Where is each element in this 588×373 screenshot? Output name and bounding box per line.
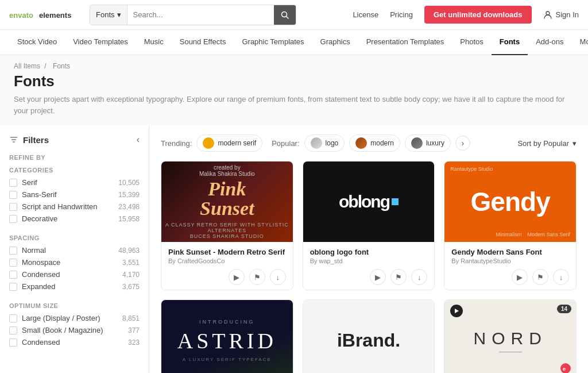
card-image-wrapper-4: Introducing ASTRID A Luxury Serif Typefa… xyxy=(161,300,293,373)
card-image-wrapper-2: oblong xyxy=(303,161,435,242)
sort-button[interactable]: Sort by Popular xyxy=(517,139,577,148)
svg-line-3 xyxy=(287,16,289,18)
filter-item-decorative: Decorative 15,958 xyxy=(9,214,140,223)
trending-tag-modern-serif[interactable]: modern serif xyxy=(196,134,262,152)
filter-name-serif[interactable]: Serif xyxy=(22,178,37,187)
filter-name-script[interactable]: Script and Handwritten xyxy=(22,202,98,211)
search-dropdown[interactable]: Fonts xyxy=(90,5,127,25)
checkbox-script[interactable] xyxy=(9,203,17,211)
filter-name-normal[interactable]: Normal xyxy=(22,246,46,255)
filter-item-monospace: Monospace 3,551 xyxy=(9,258,140,267)
card-title-2: oblong logo font xyxy=(310,248,428,256)
filter-name-sans-serif[interactable]: Sans-Serif xyxy=(22,190,57,199)
filter-name-condensed2[interactable]: Condensed xyxy=(22,338,60,347)
font-card-4[interactable]: Introducing ASTRID A Luxury Serif Typefa… xyxy=(161,299,293,373)
font-card-2[interactable]: oblong oblong logo font By wap_std ▶ ⚑ ↓ xyxy=(303,161,435,290)
checkbox-large[interactable] xyxy=(9,314,17,322)
card-preview-button-3[interactable]: ▶ xyxy=(512,269,528,285)
card-author-3: By RantautypeStudio xyxy=(451,257,569,264)
nord-extra-icon: e xyxy=(560,363,571,373)
nav-item-sound-effects[interactable]: Sound Effects xyxy=(172,30,234,55)
filter-name-decorative[interactable]: Decorative xyxy=(22,214,57,223)
checkbox-condensed2[interactable] xyxy=(9,339,17,347)
logo[interactable]: envato elements xyxy=(9,5,78,25)
filter-name-expanded[interactable]: Expanded xyxy=(22,282,56,291)
logo-svg: envato elements xyxy=(9,5,78,21)
sidebar: Filters ‹ Refine by Categories Serif 10,… xyxy=(0,125,149,373)
breadcrumb-all-items[interactable]: All Items xyxy=(14,62,40,70)
pricing-link[interactable]: Pricing xyxy=(390,10,413,19)
nav-items: Stock Video Video Templates Music Sound … xyxy=(9,30,588,55)
card-title-3: Gendy Modern Sans Font xyxy=(451,248,569,256)
font-card-6[interactable]: NORD 14 e NORD - Minimal Font By Minimal… xyxy=(444,299,577,373)
collapse-sidebar-button[interactable]: ‹ xyxy=(137,134,140,145)
trending-tag-label: modern serif xyxy=(218,139,256,147)
search-button[interactable] xyxy=(274,5,296,25)
refine-label: Refine by xyxy=(9,154,140,161)
nav-item-photos[interactable]: Photos xyxy=(452,30,491,55)
nav-item-presentation-templates[interactable]: Presentation Templates xyxy=(358,30,452,55)
popular-tag-luxury[interactable]: luxury xyxy=(405,134,451,152)
trending-bar: Trending: modern serif Popular: logo mod… xyxy=(161,134,577,152)
card-download-button-3[interactable]: ↓ xyxy=(553,269,569,285)
card-bookmark-button-3[interactable]: ⚑ xyxy=(532,269,548,285)
card-studio-label: created byMalika Shakira Studio xyxy=(161,164,293,177)
checkbox-small[interactable] xyxy=(9,326,17,334)
filter-name-large[interactable]: Large (Display / Poster) xyxy=(22,314,100,322)
popular-tag-logo[interactable]: logo xyxy=(304,134,345,152)
card-bookmark-button-1[interactable]: ⚑ xyxy=(249,269,265,285)
card-preview-button-2[interactable]: ▶ xyxy=(370,269,386,285)
checkbox-normal[interactable] xyxy=(9,247,17,255)
nav-item-more[interactable]: More xyxy=(572,30,588,55)
filter-name-small[interactable]: Small (Book / Magazine) xyxy=(22,326,103,334)
checkbox-serif[interactable] xyxy=(9,179,17,187)
card-preview-button-1[interactable]: ▶ xyxy=(229,269,245,285)
carousel-next-button[interactable]: › xyxy=(455,136,470,151)
astrid-tagline: A Luxury Serif Typeface xyxy=(183,357,272,362)
checkbox-expanded[interactable] xyxy=(9,283,17,291)
card-actions-3: ▶ ⚑ ↓ xyxy=(444,269,576,290)
checkbox-sans-serif[interactable] xyxy=(9,191,17,199)
popular-tag-modern[interactable]: modern xyxy=(349,134,400,152)
font-card-3[interactable]: Rantautype Studio Gendy Minimalism Moder… xyxy=(444,161,577,290)
filter-name-condensed[interactable]: Condensed xyxy=(22,270,60,279)
card-bookmark-button-2[interactable]: ⚑ xyxy=(390,269,407,285)
filter-count-decorative: 15,958 xyxy=(118,215,140,223)
popular-tag-thumb-luxury xyxy=(411,137,423,149)
signin-button[interactable]: Sign In xyxy=(543,10,579,20)
card-font-preview-4: ASTRID xyxy=(177,328,277,353)
card-image-wrapper-5: iBrand. xyxy=(303,300,435,373)
filter-section-optimum-size: Optimum Size Large (Display / Poster) 8,… xyxy=(9,302,140,347)
card-download-button-1[interactable]: ↓ xyxy=(270,269,286,285)
checkbox-monospace[interactable] xyxy=(9,259,17,267)
font-card-1[interactable]: created byMalika Shakira Studio PinkSuns… xyxy=(161,161,293,290)
font-card-5[interactable]: iBrand. iBrand - Modern Font By TypeCo ▶… xyxy=(303,299,435,373)
checkbox-decorative[interactable] xyxy=(9,215,17,223)
oblong-dot xyxy=(392,198,399,205)
sort-label: Sort by Popular xyxy=(517,139,569,148)
card-author-1: By CraftedGoodsCo xyxy=(168,257,286,264)
user-icon xyxy=(543,10,552,20)
filter-count-normal: 48,963 xyxy=(118,247,140,255)
popular-tag-thumb-modern xyxy=(355,137,367,149)
nav-item-addons[interactable]: Add-ons xyxy=(528,30,571,55)
categories-title: Categories xyxy=(9,167,140,174)
search-input[interactable] xyxy=(127,5,274,25)
nav-item-music[interactable]: Music xyxy=(136,30,172,55)
nav-item-graphics[interactable]: Graphics xyxy=(312,30,358,55)
license-link[interactable]: License xyxy=(353,10,378,19)
unlimited-downloads-button[interactable]: Get unlimited downloads xyxy=(424,6,532,24)
card-actions-2: ▶ ⚑ ↓ xyxy=(303,269,435,290)
nav-item-stock-video[interactable]: Stock Video xyxy=(9,30,65,55)
card-image-4: Introducing ASTRID A Luxury Serif Typefa… xyxy=(161,300,293,373)
card-download-button-2[interactable]: ↓ xyxy=(411,269,427,285)
nav-item-video-templates[interactable]: Video Templates xyxy=(65,30,136,55)
header: envato elements Fonts License Pricing Ge… xyxy=(0,0,588,30)
filter-name-monospace[interactable]: Monospace xyxy=(22,258,60,267)
checkbox-condensed[interactable] xyxy=(9,271,17,279)
nav-item-fonts[interactable]: Fonts xyxy=(492,30,528,55)
filter-count-condensed: 4,170 xyxy=(122,271,140,279)
nav-item-graphic-templates[interactable]: Graphic Templates xyxy=(234,30,312,55)
svg-marker-8 xyxy=(455,309,459,313)
card-info-2: oblong logo font By wap_std xyxy=(303,242,435,269)
